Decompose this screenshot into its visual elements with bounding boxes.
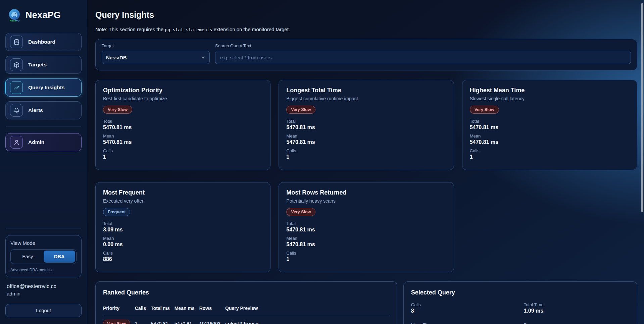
view-mode-card: View Mode Easy DBA Advanced DBA metrics [5,235,82,277]
selected-query-title: Selected Query [411,289,630,296]
metric-value: 886 [103,256,263,262]
cell-calls: 1 [135,315,151,324]
metric-value: 5470.81 ms [103,139,263,145]
stat-card-subtitle: Biggest cumulative runtime impact [286,96,446,101]
search-field-group: Search Query Text [215,43,631,64]
status-badge: Frequent [103,208,130,216]
ranked-queries-panel: Ranked Queries Priority Calls Total ms M… [95,281,397,324]
brand: Nexa PG NexaPG [5,6,82,23]
metric-label: Mean [286,236,446,241]
stat-card-subtitle: Executed very often [103,198,263,204]
sidebar-item-admin[interactable]: Admin [5,133,82,151]
metric-label: Calls [411,302,517,307]
stat-card-subtitle: Best first candidate to optimize [103,96,263,101]
metric-value: 5470.81 ms [470,139,630,145]
database-icon [10,36,23,48]
metric-label: Rows [524,322,630,324]
column-header-rows: Rows [199,302,225,315]
cell-rows: 10116003 [199,315,225,324]
metric-label: Mean [286,133,446,139]
svg-text:PG: PG [16,19,20,22]
chevron-down-icon [201,55,205,59]
search-query-input[interactable] [215,51,631,64]
selected-query-panel: Selected Query Calls 8 Total Time 1.09 m… [403,281,637,324]
metric-label: Calls [286,251,446,256]
user-icon [10,136,23,149]
cell-mean-ms: 5470.81 [175,315,199,324]
pg-stat-note: Note: This section requires the pg_stat_… [95,26,637,32]
metric-label: Mean Time [411,322,517,324]
view-mode-hint: Advanced DBA metrics [10,268,77,272]
column-header-mean-ms: Mean ms [175,302,199,315]
target-select-value: NessiDB [106,55,127,60]
trend-chart-icon [10,81,23,94]
page-title: Query Insights [95,10,637,20]
sidebar-item-label: Alerts [28,107,43,113]
metric-value: 1.09 ms [524,308,630,314]
stat-card-longest-total-time: Longest Total Time Biggest cumulative ru… [279,80,454,170]
selected-query-metrics: Calls 8 Total Time 1.09 ms Mean Time 0.1… [411,302,630,324]
stat-card-most-rows-returned: Most Rows Returned Potentially heavy sca… [279,182,454,272]
table-row[interactable]: Very Slow 1 5470.81 5470.81 10116003 sel… [103,315,390,324]
metric-value: 1 [286,154,446,160]
stat-card-subtitle: Slowest single-call latency [470,96,630,101]
sidebar-item-label: Query Insights [28,85,65,91]
status-badge: Very Slow [286,208,315,216]
metric-label: Mean [103,236,263,241]
metric-label: Calls [103,148,263,153]
priority-badge: Very Slow [103,320,130,324]
column-header-calls: Calls [135,302,151,315]
metric-label: Calls [103,251,263,256]
divider [6,126,81,126]
metric-label: Mean [103,133,263,139]
view-mode-easy-button[interactable]: Easy [12,251,44,263]
metric-value: 5470.81 ms [286,241,446,248]
filter-bar: Target NessiDB Search Query Text [95,39,637,70]
metric-label: Total Time [524,302,630,307]
sidebar-item-dashboard[interactable]: Dashboard [5,33,82,51]
stat-card-title: Highest Mean Time [470,87,630,94]
bottom-section: Ranked Queries Priority Calls Total ms M… [95,281,637,324]
svg-text:Nexa: Nexa [10,19,16,22]
stat-card-title: Most Frequent [103,189,263,196]
stat-card-title: Optimization Priority [103,87,263,94]
metric-label: Total [470,119,630,124]
stat-card-highest-mean-time: Highest Mean Time Slowest single-call la… [462,80,637,170]
metric-value: 8 [411,308,517,314]
metric-value: 3.09 ms [103,227,263,233]
metric-label: Calls [470,148,630,153]
note-code: pg_stat_statements [165,27,212,32]
metric-value: 5470.81 ms [286,227,446,233]
sidebar-item-alerts[interactable]: Alerts [5,101,82,119]
note-prefix: Note: This section requires the [95,26,165,32]
metric-value: 1 [286,256,446,262]
user-role: admin [5,291,82,296]
sidebar-item-label: Targets [28,62,47,68]
table-header-row: Priority Calls Total ms Mean ms Rows Que… [103,302,390,315]
logout-button[interactable]: Logout [5,304,82,317]
view-mode-dba-button[interactable]: DBA [44,251,76,263]
status-badge: Very Slow [286,106,315,114]
stat-card-most-frequent: Most Frequent Executed very often Freque… [95,182,270,272]
target-select[interactable]: NessiDB [102,51,210,64]
sidebar-item-query-insights[interactable]: Query Insights [5,78,82,97]
vertical-scrollbar-thumb[interactable] [641,3,643,212]
user-email: office@nesterovic.cc [5,283,82,289]
sidebar: Nexa PG NexaPG Dashboard Targets [0,0,87,324]
sidebar-spacer [5,156,82,226]
view-mode-label: View Mode [10,240,77,246]
bell-icon [10,104,23,117]
metric-label: Total [286,119,446,124]
main-content: Query Insights Note: This section requir… [87,0,644,324]
note-suffix: extension on the monitored target. [212,26,290,32]
stat-card-subtitle: Potentially heavy scans [286,198,446,204]
cube-icon [10,58,23,71]
status-badge: Very Slow [103,106,132,114]
stat-card-title: Most Rows Returned [286,189,446,196]
stat-card-optimization-priority: Optimization Priority Best first candida… [95,80,270,170]
sidebar-item-targets[interactable]: Targets [5,56,82,74]
status-badge: Very Slow [470,106,499,114]
target-label: Target [102,43,210,48]
metric-label: Mean [470,133,630,139]
metric-value: 5470.81 ms [470,124,630,130]
